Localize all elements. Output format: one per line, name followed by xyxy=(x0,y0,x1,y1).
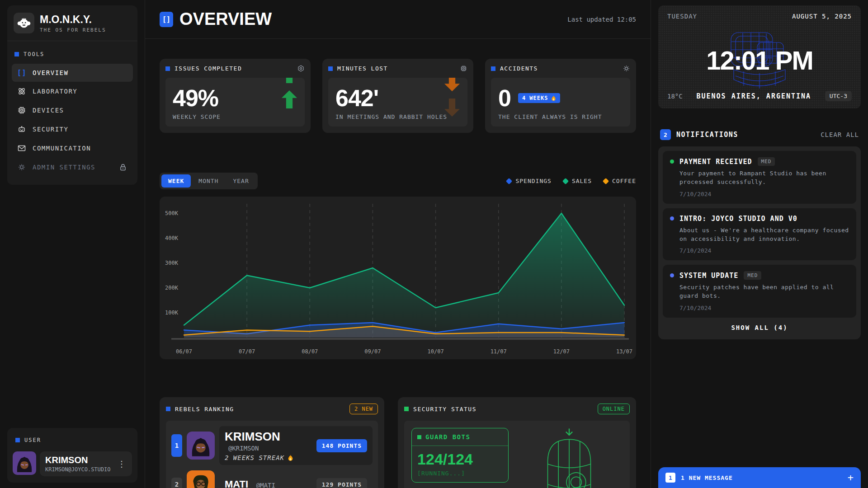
tools-section-label: TOOLS xyxy=(12,47,133,64)
legend-spendings[interactable]: SPENDINGS xyxy=(507,178,551,184)
sidebar-item-devices[interactable]: DEVICES xyxy=(12,101,133,120)
card-bullet xyxy=(165,66,170,71)
trend-up-arrows-icon xyxy=(280,78,298,114)
card-bullet xyxy=(166,407,170,411)
card-settings-icon[interactable] xyxy=(460,65,467,72)
notification-system-update[interactable]: SYSTEM UPDATE MED Security patches have … xyxy=(663,265,856,318)
sales-chart[interactable]: 100K200K300K400K500K06/0707/0708/0709/07… xyxy=(160,197,636,359)
stat-value: 642' xyxy=(335,86,460,110)
user-card[interactable]: KRIMSON KRIMSON@JOYCO.STUDIO ⋮ xyxy=(40,451,132,476)
status-dot xyxy=(670,160,674,164)
cpu-icon xyxy=(17,106,26,115)
tab-year[interactable]: YEAR xyxy=(226,174,255,188)
sidebar: M.O.N.K.Y. THE OS FOR REBELS TOOLS [] OV… xyxy=(0,0,145,488)
rebel-handle: @MATI xyxy=(256,482,275,488)
stat-card-minutes: MINUTES LOST 642' IN MEETINGS AND RABBIT… xyxy=(322,59,473,133)
plus-icon[interactable]: + xyxy=(848,473,854,483)
message-label: 1 NEW MESSAGE xyxy=(681,474,733,481)
tab-week[interactable]: WEEK xyxy=(161,174,191,188)
notifications-title: NOTIFICATIONS xyxy=(676,131,738,139)
sidebar-item-communication[interactable]: COMMUNICATION xyxy=(12,139,133,158)
page-title: OVERVIEW xyxy=(179,9,272,29)
monkey-logo-icon xyxy=(14,13,34,33)
temperature: 18°C xyxy=(667,93,683,100)
rebel-streak: 2 WEEKS STREAK xyxy=(225,454,311,461)
chart-controls: WEEK MONTH YEAR SPENDINGS SALES COFFEE xyxy=(160,173,636,189)
stats-row: ISSUES COMPLETED 49% WEEKLY SCOPE xyxy=(160,59,636,133)
tab-month[interactable]: MONTH xyxy=(192,174,225,188)
card-settings-icon[interactable] xyxy=(297,65,305,72)
stat-subtitle: WEEKLY SCOPE xyxy=(173,113,297,120)
svg-text:07/07: 07/07 xyxy=(239,348,255,355)
security-title: SECURITY STATUS xyxy=(413,406,476,413)
guard-bot-wireframe xyxy=(516,428,623,488)
last-updated: Last updated 12:05 xyxy=(567,16,636,23)
sidebar-item-admin-settings[interactable]: ADMIN SETTINGS xyxy=(12,158,133,177)
user-avatar xyxy=(13,451,36,475)
flame-icon xyxy=(288,455,293,461)
sidebar-item-laboratory[interactable]: LABORATORY xyxy=(12,82,133,101)
notification-date: 7/10/2024 xyxy=(679,247,849,254)
svg-text:09/07: 09/07 xyxy=(364,348,381,355)
svg-text:08/07: 08/07 xyxy=(302,348,318,355)
stat-card-accidents: ACCIDENTS 0 4 WEEKS xyxy=(485,59,636,133)
notification-date: 7/10/2024 xyxy=(679,191,849,197)
trend-down-arrows-icon xyxy=(443,78,461,122)
stat-body: 0 4 WEEKS THE CLIENT ALWAYS IS RIGHT xyxy=(491,78,630,127)
sidebar-item-overview[interactable]: [] OVERVIEW xyxy=(12,64,133,82)
rebel-name: KRIMSON xyxy=(225,430,280,443)
clear-all-button[interactable]: CLEAR ALL xyxy=(821,131,859,138)
legend-sales[interactable]: SALES xyxy=(563,178,592,184)
brackets-icon: [] xyxy=(17,69,26,77)
legend-coffee[interactable]: COFFEE xyxy=(604,178,636,184)
sidebar-nav-panel: M.O.N.K.Y. THE OS FOR REBELS TOOLS [] OV… xyxy=(7,5,137,185)
card-settings-icon[interactable] xyxy=(623,65,630,72)
ranking-new-badge: 2 NEW xyxy=(349,404,378,414)
security-body: GUARD BOTS 124/124 [RUNNING...] FIREWALL xyxy=(404,421,630,488)
notification-intro[interactable]: INTRO: JOYCO STUDIO AND V0 About us - We… xyxy=(663,208,856,261)
ranking-list: 1 xyxy=(166,421,378,488)
message-count-badge: 1 xyxy=(665,473,675,483)
stat-card-issues: ISSUES COMPLETED 49% WEEKLY SCOPE xyxy=(160,59,311,133)
user-name: KRIMSON xyxy=(45,455,111,465)
svg-text:10/07: 10/07 xyxy=(428,348,444,355)
stat-title: ISSUES COMPLETED xyxy=(175,65,242,72)
security-status-panel: SECURITY STATUS ONLINE GUARD BOTS 124/12… xyxy=(398,397,636,488)
status-dot xyxy=(670,216,674,221)
kebab-menu-icon[interactable]: ⋮ xyxy=(117,459,127,469)
robot-icon xyxy=(17,125,26,134)
card-bullet xyxy=(404,407,409,411)
section-bullet xyxy=(14,52,19,56)
ranking-title: REBELS RANKING xyxy=(175,406,234,413)
ranking-row-2[interactable]: 2 xyxy=(171,470,373,488)
ranking-row-1[interactable]: 1 xyxy=(171,426,373,465)
rebel-name: MATI xyxy=(225,479,248,488)
chart-legend: SPENDINGS SALES COFFEE xyxy=(507,178,636,184)
rebel-handle: @KRIMSON xyxy=(228,445,259,452)
new-message-bar[interactable]: 1 1 NEW MESSAGE + xyxy=(658,467,861,488)
right-panel: TUESDAY AUGUST 5, 2025 12:01 PM 18°C BUE… xyxy=(651,0,868,488)
rank-badge: 1 xyxy=(171,434,182,457)
svg-text:500K: 500K xyxy=(165,210,179,216)
notification-payment[interactable]: PAYMENT RECEIVED MED Your payment to Ram… xyxy=(663,151,856,204)
weeks-streak-badge: 4 WEEKS xyxy=(518,93,560,103)
show-all-button[interactable]: SHOW ALL (4) xyxy=(663,318,856,335)
mati-avatar xyxy=(187,470,215,488)
section-bullet xyxy=(15,438,20,442)
rebels-ranking-panel: REBELS RANKING 2 NEW 1 xyxy=(160,397,384,488)
notification-count-badge: 2 xyxy=(660,129,671,140)
stat-subtitle: IN MEETINGS AND RABBIT HOLES xyxy=(335,113,460,120)
lock-icon xyxy=(118,163,127,172)
points-badge: 148 POINTS xyxy=(316,439,367,452)
app-title: M.O.N.K.Y. xyxy=(40,14,106,26)
diamond-icon xyxy=(603,178,609,184)
status-dot xyxy=(670,273,674,277)
clock-time: 12:01 PM xyxy=(658,45,861,75)
green-bullet xyxy=(417,435,421,439)
diamond-icon xyxy=(506,178,512,184)
sidebar-item-security[interactable]: SECURITY xyxy=(12,120,133,139)
svg-text:06/07: 06/07 xyxy=(176,348,192,355)
mail-icon xyxy=(17,144,26,153)
user-section-label: USER xyxy=(13,433,132,450)
clock-widget: TUESDAY AUGUST 5, 2025 12:01 PM 18°C BUE… xyxy=(658,5,861,108)
